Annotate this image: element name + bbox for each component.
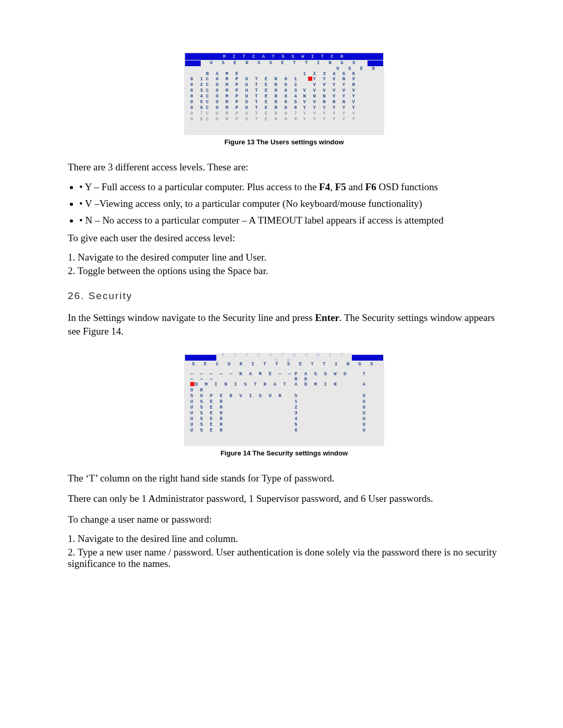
table-row: U S E R4U <box>190 416 378 422</box>
table-row: 0 8C O M P U T E R 0 8Y Y Y Y Y Y <box>190 117 378 122</box>
list-item-n: • N – No access to a particular computer… <box>79 215 500 226</box>
security-settings-osd: M I T C A T 5 S W I T C H S E C U R I T … <box>184 354 384 446</box>
paragraph: The ‘T’ column on the right hand side st… <box>68 472 500 485</box>
osd-subtitle-row: U S E R S S E T T I N G S <box>185 60 383 66</box>
users-settings-osd: M I T C A T 5 S W I T C H U S E R S S E … <box>184 52 384 135</box>
cell-users: V V Y Y N <box>300 82 357 88</box>
cell-users: Y Y Y Y Y Y <box>300 117 357 122</box>
bold: F6 <box>365 181 376 192</box>
osd-title: M I T C A T 5 S W I T C H <box>223 54 345 59</box>
paragraph: To give each user the desired access lev… <box>68 231 500 245</box>
osd-column-headers: — — — — — N A M E — — — — — P A S S W O … <box>185 372 383 382</box>
cell-type: S <box>352 393 368 399</box>
highlight-cursor <box>190 382 194 386</box>
cell-name: U S E R <box>190 416 295 422</box>
cell-name: D M I N I S T R A T O R <box>190 382 295 393</box>
spacer <box>185 367 383 372</box>
col-header-password: P A S S W O R D <box>295 372 352 382</box>
cell-name: U S E R <box>190 422 295 428</box>
bold: Enter <box>315 312 339 323</box>
table-row: D M I N I S T R A T O RA D M I NA <box>190 382 378 393</box>
table-row: 0 3C O M P U T E R 0 3V V V V V V <box>190 88 378 94</box>
osd-rows: 0 1C O M P U T E R 0 1Y Y V N V0 2C O M … <box>185 77 383 122</box>
cell-type: U <box>352 399 368 405</box>
list-item-v: • V –Viewing access only, to a particula… <box>79 198 500 209</box>
cell-id: 0 4 <box>190 94 206 100</box>
table-row: U S E R3U <box>190 411 378 416</box>
cell-id: 0 8 <box>190 117 206 122</box>
steps-list: 1. Navigate to the desired line and colu… <box>68 533 500 570</box>
cell-users: V V V V V V <box>300 88 357 94</box>
cell-type: U <box>352 416 368 422</box>
steps-list: 1. Navigate to the desired computer line… <box>68 252 500 277</box>
cell-type: U <box>352 422 368 428</box>
cell-users: N N N V Y Y <box>300 94 357 100</box>
cell-name: C O M P U T E R 0 7 <box>206 111 300 117</box>
cell-id: 0 1 <box>190 77 206 82</box>
text: , <box>330 181 335 192</box>
cell-id: 0 3 <box>190 88 206 94</box>
paragraph: There can only be 1 Administrator passwo… <box>68 492 500 505</box>
cell-password: 2 <box>295 405 352 411</box>
cell-users: Y Y Y Y Y Y <box>300 105 357 111</box>
cell-id: 0 5 <box>190 100 206 105</box>
bold: F5 <box>335 181 346 192</box>
table-row: U S E R1U <box>190 399 378 405</box>
step: 1. Navigate to the desired computer line… <box>68 252 500 263</box>
col-blank <box>190 71 206 77</box>
osd-user-header: U S E R <box>185 66 383 71</box>
paragraph: To change a user name or password: <box>68 513 500 526</box>
cell-password: 3 <box>295 411 352 416</box>
cell-users: Y Y V N V <box>300 77 357 82</box>
cell-password: S <box>295 393 352 399</box>
bar-spacer-left <box>185 60 201 66</box>
list-item-y: • Y – Full access to a particular comput… <box>79 181 500 193</box>
cell-id: 0 6 <box>190 105 206 111</box>
text: In the Settings window navigate to the S… <box>68 312 315 323</box>
cell-name: C O M P U T E R 0 5 <box>206 100 300 105</box>
text: V –Viewing access only, to a particular … <box>85 198 422 209</box>
table-row: 0 2C O M P U T E R 0 2V V Y Y N <box>190 82 378 88</box>
cell-type: U <box>352 405 368 411</box>
text: N – No access to a particular computer –… <box>85 215 443 226</box>
osd-rows: D M I N I S T R A T O RA D M I NAS U P E… <box>185 382 383 434</box>
col-header-usernums: 1 2 3 4 5 6 <box>300 71 357 77</box>
table-row: U S E R5U <box>190 422 378 428</box>
step: 2. Type a new user name / password. User… <box>68 547 500 570</box>
cell-name: C O M P U T E R 0 4 <box>206 94 300 100</box>
figure-caption: Figure 13 The Users settings window <box>68 138 500 146</box>
col-header-type: T <box>352 372 368 382</box>
text: and <box>346 181 365 192</box>
cell-password: 6 <box>295 428 352 434</box>
table-row: U S E R6U <box>190 428 378 434</box>
cell-password: A D M I N <box>295 382 352 393</box>
table-row: 0 7C O M P U T E R 0 7Y Y Y Y Y Y <box>190 111 378 117</box>
osd-titlebar: M I T C A T 5 S W I T C H <box>185 53 383 60</box>
cell-id: 0 7 <box>190 111 206 117</box>
bar-spacer-right <box>368 60 383 66</box>
bold: F4 <box>319 181 330 192</box>
table-row: 0 1C O M P U T E R 0 1Y Y V N V <box>190 77 378 82</box>
table-row: 0 4C O M P U T E R 0 4N N N V Y Y <box>190 94 378 100</box>
bar-spacer-right <box>352 355 383 361</box>
table-row: S U P E R V I S O RSS <box>190 393 378 399</box>
cell-password: 4 <box>295 416 352 422</box>
table-row: U S E R2U <box>190 405 378 411</box>
bar-spacer-left <box>185 355 216 361</box>
step: 1. Navigate to the desired line and colu… <box>68 533 500 545</box>
cell-name: C O M P U T E R 0 2 <box>206 82 300 88</box>
osd-column-headers: N A M E 1 2 3 4 5 6 <box>185 71 383 77</box>
cell-password: 5 <box>295 422 352 428</box>
section-heading: 26. Security <box>68 290 500 302</box>
col-header-name: — — — — — N A M E — — — — — <box>190 372 295 382</box>
cell-id: 0 2 <box>190 82 206 88</box>
table-row: 0 5C O M P U T E R 0 5V V N N N V <box>190 100 378 105</box>
col-header-name: N A M E <box>206 71 300 77</box>
cell-name: C O M P U T E R 0 8 <box>206 117 300 122</box>
access-level-list: • Y – Full access to a particular comput… <box>79 181 500 226</box>
text: OSD functions <box>376 181 438 192</box>
cell-name: C O M P U T E R 0 6 <box>206 105 300 111</box>
cell-name: C O M P U T E R 0 1 <box>206 77 300 82</box>
text: Y – Full access to a particular computer… <box>85 181 319 192</box>
highlight-cursor <box>308 77 312 81</box>
